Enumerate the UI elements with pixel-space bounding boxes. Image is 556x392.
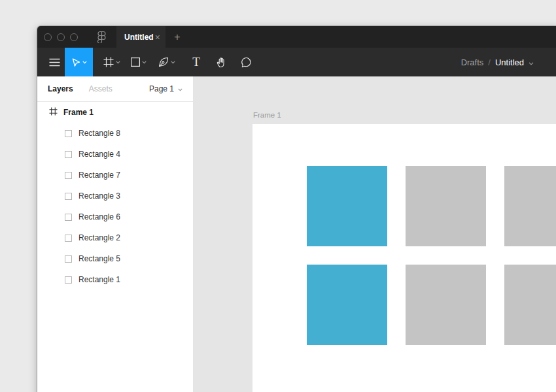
frame-icon [49, 107, 58, 118]
layer-row[interactable]: Rectangle 8 [37, 123, 193, 144]
tab-title: Untitled [124, 33, 155, 42]
chevron-down-icon[interactable] [171, 61, 175, 64]
main-area: Layers Assets Page 1 [37, 76, 556, 392]
file-tab[interactable]: Untitled × [116, 26, 165, 48]
layer-row[interactable]: Rectangle 7 [37, 165, 193, 186]
tab-close-icon[interactable]: × [155, 33, 160, 42]
chevron-down-icon[interactable] [142, 61, 147, 64]
close-window-button[interactable] [44, 33, 52, 41]
layer-label: Frame 1 [63, 108, 94, 117]
layer-row[interactable]: Rectangle 5 [37, 248, 193, 269]
layer-label: Rectangle 8 [78, 129, 120, 138]
hand-icon [216, 57, 227, 68]
rectangle-icon [65, 255, 72, 263]
hand-tool-button[interactable] [216, 48, 227, 76]
canvas-rectangle[interactable] [504, 166, 556, 246]
layer-label: Rectangle 5 [78, 254, 120, 263]
layer-row[interactable]: Rectangle 1 [37, 269, 193, 290]
rectangle-icon [65, 193, 72, 200]
canvas-rectangle[interactable] [406, 265, 486, 345]
text-icon: T [192, 55, 200, 69]
chevron-down-icon [178, 84, 182, 93]
rectangle-icon [65, 235, 72, 242]
zoom-window-button[interactable] [70, 33, 78, 41]
canvas-rectangle[interactable] [406, 166, 486, 246]
layer-label: Rectangle 3 [78, 191, 120, 201]
layer-row[interactable]: Rectangle 3 [37, 186, 193, 206]
rectangle-icon [65, 151, 72, 158]
rectangle-icon [65, 214, 72, 221]
figma-logo-icon [97, 31, 106, 46]
canvas-rectangle[interactable] [504, 265, 556, 345]
layer-label: Rectangle 6 [78, 212, 120, 221]
pen-icon [158, 57, 169, 67]
frame-icon [103, 57, 114, 67]
layer-label: Rectangle 1 [78, 275, 120, 284]
chevron-down-icon[interactable] [529, 57, 534, 67]
layer-row-frame[interactable]: Frame 1 [37, 102, 193, 123]
layer-label: Rectangle 4 [78, 150, 120, 159]
layer-row[interactable]: Rectangle 6 [37, 206, 193, 227]
hamburger-icon [49, 58, 60, 67]
breadcrumb-filename[interactable]: Untitled [495, 57, 524, 67]
new-tab-button[interactable]: + [171, 26, 183, 48]
canvas-frame[interactable] [252, 124, 556, 392]
panel-header: Layers Assets Page 1 [37, 76, 193, 102]
breadcrumb-project[interactable]: Drafts [461, 57, 484, 67]
shape-tool-button[interactable] [131, 48, 147, 76]
pen-tool-button[interactable] [158, 48, 175, 76]
layers-panel: Layers Assets Page 1 [37, 76, 194, 392]
layer-label: Rectangle 7 [78, 171, 120, 180]
layer-list: Frame 1 Rectangle 8 Rectangle 4 Rectangl… [37, 102, 193, 290]
move-tool-button[interactable] [65, 48, 93, 76]
rectangle-icon [65, 130, 72, 137]
comment-icon [240, 57, 252, 68]
tab-layers[interactable]: Layers [48, 84, 73, 93]
breadcrumb: Drafts / Untitled [461, 57, 556, 67]
page-selector[interactable]: Page 1 [149, 84, 182, 93]
canvas-frame-label[interactable]: Frame 1 [253, 111, 281, 119]
layer-row[interactable]: Rectangle 2 [37, 227, 193, 248]
chevron-down-icon[interactable] [82, 61, 87, 64]
minimize-window-button[interactable] [57, 33, 65, 41]
tab-assets[interactable]: Assets [89, 84, 113, 93]
toolbar: T Drafts / Untitled [37, 48, 556, 76]
rectangle-icon [65, 276, 72, 284]
layer-row[interactable]: Rectangle 4 [37, 144, 193, 165]
main-menu-button[interactable] [44, 48, 65, 76]
canvas-rectangle[interactable] [307, 265, 387, 345]
figma-window: Untitled × + [37, 26, 556, 392]
layer-label: Rectangle 2 [78, 233, 120, 242]
titlebar: Untitled × + [37, 26, 556, 48]
frame-tool-button[interactable] [103, 48, 120, 76]
cursor-icon [71, 57, 80, 67]
canvas[interactable]: Frame 1 [194, 76, 556, 392]
rectangle-icon [65, 172, 72, 179]
text-tool-button[interactable]: T [188, 48, 204, 76]
comment-tool-button[interactable] [240, 48, 252, 76]
canvas-rectangle[interactable] [307, 166, 387, 246]
traffic-lights [44, 26, 78, 48]
square-icon [131, 57, 140, 67]
chevron-down-icon[interactable] [116, 61, 120, 64]
breadcrumb-separator: / [488, 57, 491, 67]
page-selector-label: Page 1 [149, 84, 174, 93]
